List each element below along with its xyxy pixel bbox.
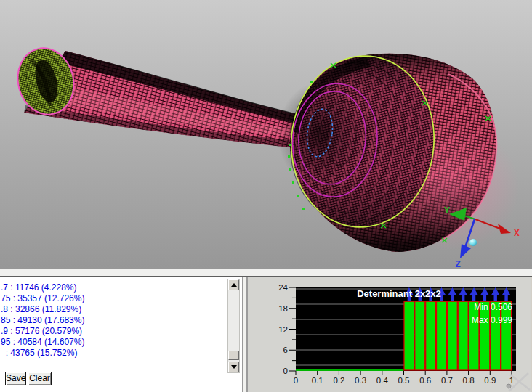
scroll-up-button[interactable] (228, 279, 239, 290)
histogram-line: .7 : 11746 (4.228%) (0, 282, 227, 293)
chart-panel: 0612182400.10.20.30.40.50.60.70.80.91Det… (248, 277, 531, 392)
scrollbar-thumb[interactable] (228, 351, 239, 360)
histogram-bar (437, 301, 447, 370)
arrow-up-icon (231, 283, 237, 287)
histogram-bar (415, 301, 425, 370)
y-tick-label: 18 (278, 304, 288, 313)
histogram-line: .8 : 32866 (11.829%) (0, 304, 227, 315)
y-tick-label: 24 (278, 283, 288, 292)
clear-button[interactable]: Clear (28, 372, 52, 385)
x-tick-label: 0.1 (312, 376, 323, 385)
panel-divider (243, 277, 248, 392)
chart-title: Determinant 2x2x2 (357, 288, 441, 299)
histogram-bar (404, 301, 414, 370)
save-button[interactable]: Save (5, 372, 26, 385)
arrow-down-icon (231, 365, 237, 369)
histogram-line: 75 : 35357 (12.726%) (0, 293, 227, 304)
histogram-list[interactable]: .7 : 11746 (4.228%)75 : 35357 (12.726%).… (0, 277, 227, 377)
z-axis-label: Z (455, 258, 461, 269)
vertical-scrollbar[interactable] (227, 279, 240, 373)
histogram-line: 95 : 40584 (14.607%) (0, 337, 227, 348)
x-tick-label: 0.6 (419, 376, 431, 385)
histogram-panel: .7 : 11746 (4.228%)75 : 35357 (12.726%).… (0, 277, 243, 392)
histogram-bar (447, 301, 457, 370)
histogram-bar (458, 301, 468, 370)
x-tick-label: 0.7 (441, 376, 453, 385)
histogram-line: : 43765 (15.752%) (0, 348, 227, 359)
mesh-quality-window: X Y Z .7 : 11746 (4.228%)75 : 35357 (12.… (0, 0, 532, 392)
chart-min-label: Min 0.506 (474, 302, 512, 312)
x-tick-label: 0.3 (355, 376, 366, 385)
origin-sphere (469, 239, 477, 246)
y-axis-label: Y (444, 205, 450, 216)
3d-viewport[interactable]: X Y Z (0, 0, 532, 269)
histogram-bar (426, 301, 436, 370)
chart-max-label: Max 0.999 (472, 315, 512, 325)
x-tick-label: 0 (294, 376, 298, 385)
y-tick-label: 6 (283, 346, 288, 354)
x-tick-label: 0.8 (463, 376, 475, 385)
x-tick-label: 0.5 (398, 376, 410, 385)
histogram-line: .9 : 57176 (20.579%) (0, 326, 227, 337)
panel-separator (0, 269, 532, 277)
x-tick-label: 0.4 (376, 376, 389, 385)
x-axis-label: X (514, 227, 520, 238)
x-tick-label: 0.2 (333, 376, 344, 385)
x-tick-label: 0.9 (484, 376, 496, 385)
x-tick-label: 1 (509, 376, 514, 385)
y-tick-label: 12 (278, 325, 288, 334)
y-tick-label: 0 (283, 367, 288, 375)
histogram-line: 85 : 49130 (17.683%) (0, 315, 227, 326)
scroll-down-button[interactable] (228, 362, 239, 372)
determinant-histogram-chart: 0612182400.10.20.30.40.50.60.70.80.91Det… (248, 277, 531, 392)
